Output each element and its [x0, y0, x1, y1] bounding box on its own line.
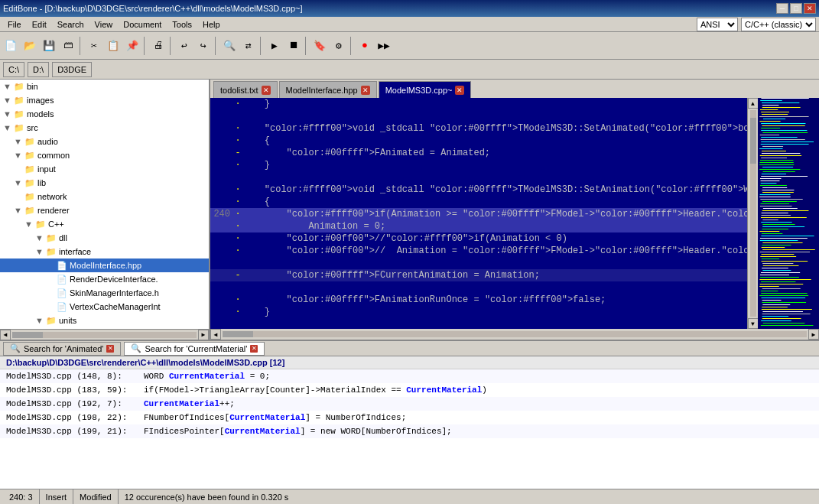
tree-item[interactable]: ▼📁bin [0, 80, 209, 93]
code-line[interactable]: 240· "color:#ffff00">if(Animation >= "co… [210, 208, 747, 220]
menu-file[interactable]: File [3, 18, 26, 31]
scroll-right-btn[interactable]: ▶ [198, 330, 209, 340]
code-line[interactable]: · "color:#00ffff">FAnimationRunOnce = "c… [210, 294, 747, 306]
tree-item[interactable]: ▼📁audio [0, 135, 209, 148]
save-button[interactable]: 💾 [40, 37, 58, 55]
tab-modelms3d-close[interactable]: ✕ [455, 86, 464, 95]
tree-item[interactable]: 📄ModelInterface.hpp [0, 259, 209, 272]
tree-item[interactable]: ▼📁units [0, 314, 209, 327]
cut-button[interactable]: ✂ [85, 37, 103, 55]
tree-scroll[interactable]: ▼📁bin▼📁images▼📁models▼📁src▼📁audio▼📁commo… [0, 80, 209, 329]
code-line[interactable]: · "color:#00ff00">// Animation = "color:… [210, 245, 747, 257]
code-line[interactable]: · } [210, 306, 747, 318]
code-line[interactable] [210, 318, 747, 329]
code-line[interactable]: · "color:#ffff00">void _stdcall "color:#… [210, 122, 747, 135]
tree-item[interactable]: 📄RenderDeviceInterface. [0, 272, 209, 286]
drive-d-button[interactable]: D:\ [28, 62, 49, 77]
undo-button[interactable]: ↩ [175, 37, 193, 55]
result-row[interactable]: ModelMS3D.cpp (192, 7): CurrentMaterial+… [0, 397, 819, 411]
tree-item[interactable]: ▼📁interface [0, 245, 209, 259]
vscroll-thumb[interactable] [750, 118, 756, 164]
code-line[interactable] [210, 171, 747, 184]
code-line[interactable]: · { [210, 196, 747, 208]
hscroll-left-btn[interactable]: ◀ [210, 329, 221, 340]
hscroll-right-btn[interactable]: ▶ [808, 329, 819, 340]
tree-item[interactable]: 📄SkinManagerInterface.h [0, 286, 209, 300]
run-button[interactable]: ▶ [265, 37, 284, 55]
result-row[interactable]: ModelMS3D.cpp (199, 21): FIndicesPointer… [0, 424, 819, 438]
tree-item[interactable]: ▼📁dll [0, 231, 209, 245]
drive-c-button[interactable]: C:\ [3, 62, 24, 77]
print-button[interactable]: 🖨 [149, 37, 167, 55]
tab-modelms3d[interactable]: ModelMS3D.cpp~ ✕ [379, 81, 472, 98]
search-panel-currentmaterial-close[interactable]: ✕ [250, 345, 258, 353]
code-line[interactable] [210, 281, 747, 294]
code-line[interactable]: · "color:#ffff00">void _stdcall "color:#… [210, 184, 747, 196]
minimize-button[interactable]: ─ [776, 3, 788, 14]
editor-hscroll[interactable]: ◀ ▶ [210, 329, 819, 340]
close-button[interactable]: ✕ [804, 3, 816, 14]
tree-item[interactable]: 📁input [0, 162, 209, 176]
play-macro-button[interactable]: ▶▶ [375, 37, 393, 55]
code-editor[interactable]: · }· "color:#ffff00">void _stdcall "colo… [210, 98, 747, 329]
maximize-button[interactable]: □ [790, 3, 802, 14]
new-button[interactable]: 📄 [2, 37, 20, 55]
sidebar-hscroll[interactable]: ◀ ▶ [0, 329, 209, 340]
menu-view[interactable]: View [90, 18, 118, 31]
folder-d3dge-button[interactable]: D3DGE [52, 62, 92, 77]
encoding-select[interactable]: ANSI UTF-8 [697, 18, 738, 31]
result-row[interactable]: ModelMS3D.cpp (148, 8):WORD CurrentMater… [0, 369, 819, 383]
tab-todolist[interactable]: todolist.txt ✕ [213, 81, 278, 98]
menu-help[interactable]: Help [198, 18, 225, 31]
code-line[interactable]: · "color:#00ff00">//"color:#ffff00">if(A… [210, 232, 747, 245]
results-list[interactable]: ModelMS3D.cpp (148, 8):WORD CurrentMater… [0, 369, 819, 489]
vscroll-track[interactable] [750, 110, 756, 317]
menu-edit[interactable]: Edit [28, 18, 51, 31]
tree-item[interactable]: ▼📁C++ [0, 217, 209, 231]
search-button[interactable]: 🔍 [220, 37, 239, 55]
tree-item[interactable]: ▼📁lib [0, 176, 209, 190]
tab-modelinterface[interactable]: ModelInterface.hpp ✕ [279, 81, 377, 98]
code-line[interactable]: · } [210, 98, 747, 110]
code-line[interactable]: · Animation = 0; [210, 220, 747, 232]
open-button[interactable]: 📂 [21, 37, 39, 55]
code-line[interactable]: · } [210, 159, 747, 171]
result-row[interactable]: ModelMS3D.cpp (198, 22): FNumberOfIndice… [0, 411, 819, 424]
menu-document[interactable]: Document [119, 18, 166, 31]
tree-item[interactable]: 📁network [0, 190, 209, 203]
search-panel-animated[interactable]: 🔍 Search for 'Animated' ✕ [3, 342, 121, 356]
vscroll-down-btn[interactable]: ▼ [748, 318, 759, 329]
tab-todolist-close[interactable]: ✕ [262, 86, 271, 95]
tab-modelinterface-close[interactable]: ✕ [361, 86, 370, 95]
tree-item[interactable]: 📄VertexCacheManagerInt [0, 300, 209, 314]
settings-button[interactable]: ⚙ [330, 37, 348, 55]
save-all-button[interactable]: 🗃 [59, 37, 77, 55]
replace-button[interactable]: ⇄ [239, 37, 258, 55]
scroll-track[interactable] [12, 332, 197, 338]
syntax-select[interactable]: C/C++ (classic) Plain Text [741, 18, 816, 31]
code-line[interactable] [210, 110, 747, 122]
hscroll-track[interactable] [223, 331, 807, 337]
record-button[interactable]: ● [356, 37, 374, 55]
code-line[interactable]: - "color:#00ffff">FCurrentAnimation = An… [210, 269, 747, 281]
tree-item[interactable]: ▼📁renderer [0, 203, 209, 217]
scroll-left-btn[interactable]: ◀ [0, 330, 11, 340]
code-line[interactable] [210, 257, 747, 269]
menu-search[interactable]: Search [53, 18, 89, 31]
paste-button[interactable]: 📌 [123, 37, 141, 55]
tree-item[interactable]: ▼📁images [0, 93, 209, 107]
bookmark-button[interactable]: 🔖 [310, 37, 329, 55]
code-line[interactable]: - "color:#00ffff">FAnimated = Animated; [210, 147, 747, 159]
result-row[interactable]: ModelMS3D.cpp (183, 59): if(FModel->Tria… [0, 383, 819, 397]
tree-item[interactable]: ▼📁src [0, 121, 209, 135]
copy-button[interactable]: 📋 [104, 37, 122, 55]
redo-button[interactable]: ↪ [194, 37, 213, 55]
stop-button[interactable]: ⏹ [284, 37, 303, 55]
search-panel-currentmaterial[interactable]: 🔍 Search for 'CurrentMaterial' ✕ [124, 342, 265, 356]
editor-vscroll[interactable]: ▲ ▼ [747, 98, 758, 329]
tree-item[interactable]: ▼📁common [0, 148, 209, 162]
code-line[interactable]: · { [210, 135, 747, 147]
menu-tools[interactable]: Tools [167, 18, 197, 31]
vscroll-up-btn[interactable]: ▲ [748, 98, 759, 109]
search-panel-animated-close[interactable]: ✕ [106, 345, 114, 353]
